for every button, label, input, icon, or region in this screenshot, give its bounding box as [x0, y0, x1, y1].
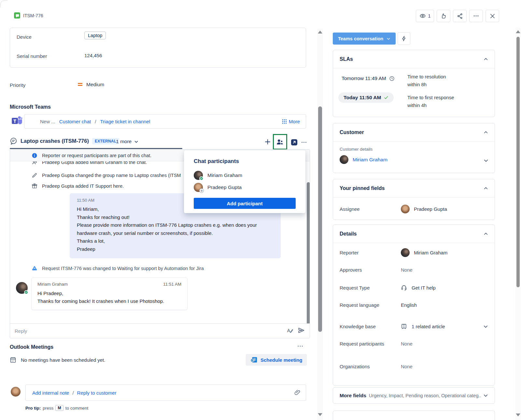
breadcrumb: ITSM-776: [14, 12, 43, 19]
organizations-row[interactable]: Organizations None: [340, 364, 488, 369]
teams-section-title: Microsoft Teams: [10, 104, 51, 110]
assignee-row[interactable]: Assignee Pradeep Gupta: [340, 205, 488, 213]
sla-row-due: Today 11:50 AM: [338, 92, 394, 103]
watchers-button[interactable]: 1: [416, 10, 434, 22]
chat-scrollbar-thumb[interactable]: [307, 182, 310, 327]
reporter-row[interactable]: Reporter Miriam Graham: [340, 248, 488, 257]
ellipsis-icon: [473, 13, 479, 19]
close-button[interactable]: [486, 10, 499, 22]
automation-rules-button[interactable]: [398, 32, 410, 45]
participant-row[interactable]: ⊗ Pradeep Gupta: [194, 181, 296, 193]
chevron-up-icon: [484, 232, 488, 236]
customer-card: Customer Customer details Miriam Graham: [333, 123, 495, 173]
more-fields-card[interactable]: More fields Urgency, Impact, Pending rea…: [333, 387, 495, 404]
message-author: Miriam Graham: [37, 282, 68, 287]
page-scrollbar-thumb[interactable]: [516, 37, 520, 287]
scroll-down-arrow[interactable]: [516, 413, 520, 416]
active-tab-indicator: [10, 148, 182, 149]
chat-participants-popup: Chat participants Miriam Graham ⊗ Pradee…: [184, 150, 305, 213]
format-text-icon: A: [287, 327, 294, 334]
share-button[interactable]: [453, 10, 467, 22]
slas-header[interactable]: SLAs: [333, 50, 495, 68]
message-line: Hi Pradeep,: [37, 290, 181, 297]
composer-separator: /: [72, 390, 74, 396]
status-offline-icon: ⊗: [199, 188, 204, 193]
teams-more-button[interactable]: More: [282, 119, 300, 124]
external-badge: EXTERNAL: [92, 138, 119, 144]
send-button[interactable]: [298, 327, 305, 335]
like-button[interactable]: [437, 10, 450, 22]
customer-details-row[interactable]: Miriam Graham: [340, 155, 387, 164]
more-fields-summary: Urgency, Impact, Pending reason, Operati…: [369, 393, 481, 398]
grid-icon: [282, 119, 287, 124]
person-add-icon: [32, 161, 37, 165]
ticket-id[interactable]: ITSM-776: [23, 13, 43, 18]
chat-more-menu-button[interactable]: [301, 139, 307, 146]
open-in-teams-button[interactable]: [290, 139, 298, 147]
pinned-fields-header[interactable]: Your pinned fields: [333, 179, 495, 197]
eye-icon: [419, 13, 426, 19]
participant-row[interactable]: Miriam Graham: [194, 169, 296, 181]
chat-tab[interactable]: Laptop crashes (ITSM-776) EXTERNAL: [10, 137, 119, 145]
customer-header[interactable]: Customer: [333, 123, 495, 141]
more-tabs-dropdown[interactable]: 1 more: [116, 139, 138, 144]
details-header[interactable]: Details: [333, 225, 495, 243]
paperclip-icon[interactable]: [294, 389, 301, 396]
open-in-new-icon: [290, 139, 298, 146]
request-language-row[interactable]: Request language English: [340, 302, 488, 308]
chevron-down-icon: [134, 140, 138, 144]
comment-box[interactable]: Add internal note / Reply to customer: [25, 385, 306, 401]
device-label: Device: [17, 34, 32, 40]
thumbs-up-icon: [441, 13, 447, 19]
avatar-miriam: [401, 248, 410, 257]
participant-name: Miriam Graham: [207, 172, 242, 178]
customer-name-link[interactable]: Miriam Graham: [353, 157, 387, 163]
chevron-down-icon[interactable]: [483, 324, 488, 329]
main-scrollbar[interactable]: [317, 29, 323, 420]
device-value-chip[interactable]: Laptop: [84, 32, 106, 39]
teams-new-label: New ...: [40, 119, 55, 124]
request-type-row[interactable]: Request Type Get IT help: [340, 285, 488, 291]
pencil-icon: [32, 172, 37, 178]
main-scrollbar-thumb[interactable]: [318, 106, 322, 332]
outlook-section-title: Outlook Meetings: [10, 344, 53, 350]
conversation-selector-button[interactable]: Teams conversation: [333, 33, 396, 45]
participant-name: Pradeep Gupta: [207, 184, 242, 190]
serial-number-value[interactable]: 124,456: [84, 53, 102, 58]
add-participant-button[interactable]: Add participant: [194, 198, 296, 209]
scroll-up-arrow[interactable]: [516, 30, 520, 33]
scroll-down-arrow[interactable]: [318, 413, 322, 416]
pro-tip: Pro tip: press M to comment: [25, 405, 88, 411]
automation-event: Request ITSM-776 was changed to Waiting …: [32, 265, 204, 271]
page-scrollbar[interactable]: [515, 28, 521, 420]
popup-title: Chat participants: [194, 158, 296, 165]
priority-value[interactable]: Medium: [86, 82, 104, 88]
calendar-icon: [10, 357, 16, 363]
more-actions-button[interactable]: [469, 10, 483, 22]
new-chat-button[interactable]: [264, 138, 272, 147]
format-button[interactable]: A: [287, 327, 294, 335]
chat-tab-title: Laptop crashes (ITSM-776): [21, 138, 89, 144]
triage-ticket-link[interactable]: Triage ticket in channel: [100, 119, 150, 124]
plus-icon: [264, 138, 272, 146]
reply-to-customer-link[interactable]: Reply to customer: [77, 390, 117, 396]
pinned-fields-card: Your pinned fields Assignee Pradeep Gupt…: [333, 179, 495, 220]
ellipsis-icon: [301, 139, 307, 145]
sla-row-due: Tomorrow 11:49 AM: [342, 75, 395, 81]
chevron-down-icon[interactable]: [484, 158, 488, 163]
book-icon: [401, 323, 407, 330]
outlook-empty-state: No meetings have been scheduled yet.: [10, 357, 105, 363]
outlook-more-button[interactable]: [297, 343, 303, 350]
customer-chat-link[interactable]: Customer chat: [59, 119, 91, 124]
request-participants-row[interactable]: Request participants None: [340, 341, 488, 346]
knowledge-base-row[interactable]: Knowledge base 1 related article: [340, 323, 488, 330]
chevron-down-icon: [387, 37, 390, 41]
approvers-row[interactable]: Approvers None: [340, 267, 488, 273]
scroll-up-arrow[interactable]: [318, 31, 322, 34]
keyboard-shortcut-key: M: [55, 405, 63, 411]
schedule-meeting-button[interactable]: O Schedule meeting: [246, 354, 307, 366]
ellipsis-icon: [297, 343, 303, 349]
reply-input[interactable]: [15, 328, 287, 334]
add-internal-note-link[interactable]: Add internal note: [32, 390, 69, 396]
lightning-icon: [401, 35, 407, 42]
